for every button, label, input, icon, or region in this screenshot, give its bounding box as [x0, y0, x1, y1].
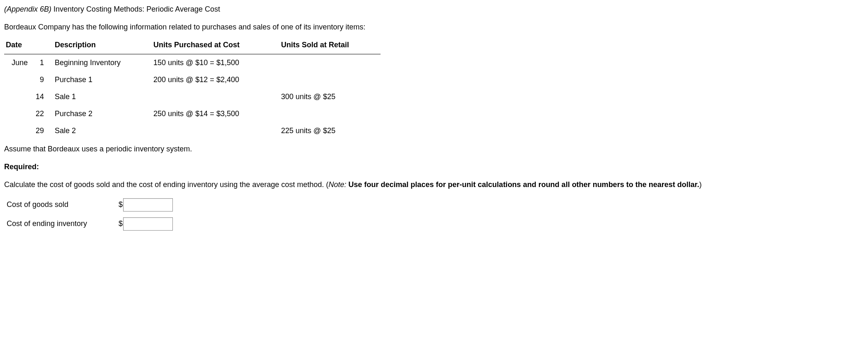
page-title: (Appendix 6B) Inventory Costing Methods:…	[4, 4, 864, 15]
cell-description: Sale 2	[51, 122, 150, 139]
title-prefix: (Appendix 6B)	[4, 5, 51, 13]
cell-sold	[278, 71, 381, 88]
table-row: 22 Purchase 2 250 units @ $14 = $3,500	[4, 105, 381, 122]
cell-purchased: 250 units @ $14 = $3,500	[150, 105, 278, 122]
cell-month	[4, 71, 34, 88]
answer-table: Cost of goods sold $ Cost of ending inve…	[4, 195, 175, 234]
cell-day: 14	[34, 88, 51, 105]
cell-month	[4, 122, 34, 139]
ending-input[interactable]	[123, 217, 173, 231]
cogs-label: Cost of goods sold	[5, 196, 116, 214]
intro-text: Bordeaux Company has the following infor…	[4, 22, 864, 32]
table-row: 14 Sale 1 300 units @ $25	[4, 88, 381, 105]
instructions-lead: Calculate the cost of goods sold and the…	[4, 180, 328, 189]
cell-day: 22	[34, 105, 51, 122]
inventory-table: Date Description Units Purchased at Cost…	[4, 36, 381, 139]
title-rest: Inventory Costing Methods: Periodic Aver…	[51, 5, 220, 13]
cell-purchased	[150, 88, 278, 105]
answer-row-ending: Cost of ending inventory $	[5, 215, 175, 233]
table-row: 29 Sale 2 225 units @ $25	[4, 122, 381, 139]
cell-description: Beginning Inventory	[51, 54, 150, 71]
cell-month: June	[4, 54, 34, 71]
cell-sold	[278, 54, 381, 71]
cell-description: Sale 1	[51, 88, 150, 105]
cell-sold	[278, 105, 381, 122]
header-description: Description	[51, 36, 150, 54]
assumption-text: Assume that Bordeaux uses a periodic inv…	[4, 144, 864, 154]
instructions-close: )	[699, 180, 702, 189]
table-row: June 1 Beginning Inventory 150 units @ $…	[4, 54, 381, 71]
header-purchased: Units Purchased at Cost	[150, 36, 278, 54]
cell-description: Purchase 2	[51, 105, 150, 122]
cell-day: 9	[34, 71, 51, 88]
instructions-note-bold: Use four decimal places for per-unit cal…	[347, 180, 699, 189]
cell-sold: 225 units @ $25	[278, 122, 381, 139]
cell-day: 1	[34, 54, 51, 71]
required-heading: Required:	[4, 162, 864, 172]
header-sold: Units Sold at Retail	[278, 36, 381, 54]
cell-month	[4, 88, 34, 105]
answer-row-cogs: Cost of goods sold $	[5, 196, 175, 214]
cell-sold: 300 units @ $25	[278, 88, 381, 105]
currency-symbol: $	[119, 199, 123, 210]
cell-day: 29	[34, 122, 51, 139]
cogs-input[interactable]	[123, 198, 173, 212]
cell-purchased: 200 units @ $12 = $2,400	[150, 71, 278, 88]
cell-description: Purchase 1	[51, 71, 150, 88]
cell-purchased	[150, 122, 278, 139]
table-header-row: Date Description Units Purchased at Cost…	[4, 36, 381, 54]
currency-symbol: $	[119, 219, 123, 229]
ending-label: Cost of ending inventory	[5, 215, 116, 233]
instructions-note-label: Note:	[328, 180, 346, 189]
instructions-text: Calculate the cost of goods sold and the…	[4, 180, 864, 190]
table-row: 9 Purchase 1 200 units @ $12 = $2,400	[4, 71, 381, 88]
cell-purchased: 150 units @ $10 = $1,500	[150, 54, 278, 71]
cell-month	[4, 105, 34, 122]
header-date: Date	[4, 36, 51, 54]
